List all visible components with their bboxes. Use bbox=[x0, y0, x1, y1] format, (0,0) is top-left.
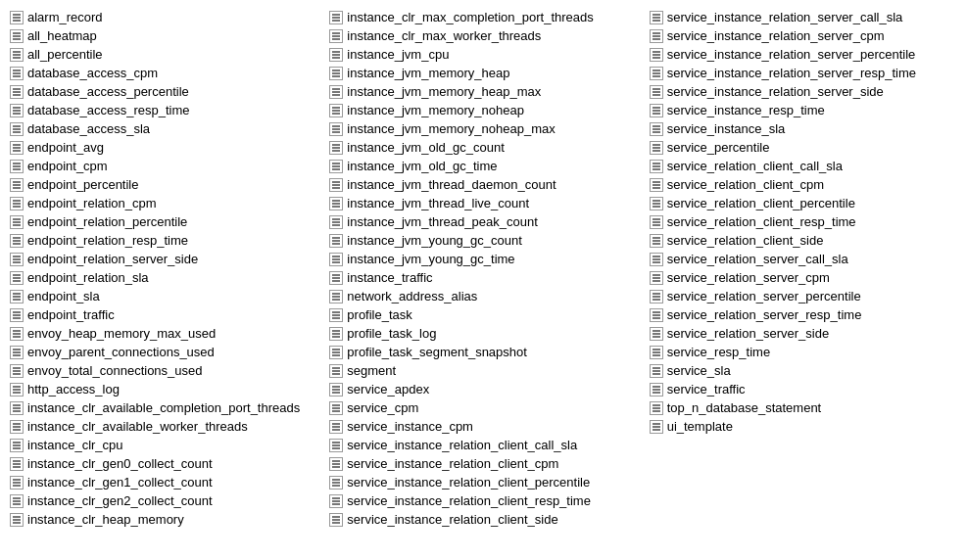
table-icon bbox=[10, 215, 24, 229]
list-item[interactable]: instance_jvm_cpu bbox=[327, 45, 639, 64]
list-item[interactable]: service_relation_server_resp_time bbox=[648, 305, 959, 324]
list-item[interactable]: instance_clr_max_worker_threads bbox=[327, 26, 639, 45]
table-icon bbox=[650, 271, 663, 285]
list-item[interactable]: instance_jvm_old_gc_count bbox=[327, 138, 639, 157]
list-item[interactable]: instance_jvm_thread_live_count bbox=[327, 194, 639, 212]
list-item[interactable]: service_relation_server_cpm bbox=[648, 268, 959, 287]
item-label: database_access_percentile bbox=[27, 84, 189, 99]
list-item[interactable]: instance_jvm_young_gc_count bbox=[327, 231, 639, 250]
list-item[interactable]: service_instance_relation_client_percent… bbox=[327, 473, 639, 491]
item-label: service_instance_relation_client_cpm bbox=[347, 456, 558, 471]
list-item[interactable]: endpoint_relation_sla bbox=[8, 268, 319, 287]
list-item[interactable]: profile_task_log bbox=[327, 324, 639, 343]
list-item[interactable]: endpoint_relation_server_side bbox=[8, 250, 319, 268]
list-item[interactable]: instance_clr_available_worker_threads bbox=[8, 417, 319, 436]
list-item[interactable]: instance_clr_max_completion_port_threads bbox=[327, 8, 639, 26]
list-item[interactable]: service_relation_client_cpm bbox=[648, 175, 959, 194]
item-label: instance_clr_max_completion_port_threads bbox=[347, 10, 593, 24]
list-item[interactable]: service_instance_relation_server_resp_ti… bbox=[648, 64, 959, 82]
item-label: service_relation_client_cpm bbox=[667, 177, 824, 192]
list-item[interactable]: instance_jvm_memory_noheap_max bbox=[327, 119, 639, 138]
list-item[interactable]: envoy_heap_memory_max_used bbox=[8, 324, 319, 343]
list-item[interactable]: service_traffic bbox=[648, 380, 959, 398]
list-item[interactable]: endpoint_cpm bbox=[8, 157, 319, 175]
table-icon bbox=[650, 67, 663, 80]
list-item[interactable]: instance_jvm_old_gc_time bbox=[327, 157, 639, 175]
list-item[interactable]: service_instance_relation_server_side bbox=[648, 82, 959, 101]
list-item[interactable]: envoy_total_connections_used bbox=[8, 361, 319, 380]
item-label: network_address_alias bbox=[347, 289, 477, 303]
list-item[interactable]: service_instance_relation_server_cpm bbox=[648, 26, 959, 45]
list-item[interactable]: service_apdex bbox=[327, 380, 639, 398]
list-item[interactable]: instance_clr_gen2_collect_count bbox=[8, 491, 319, 510]
list-item[interactable]: service_sla bbox=[648, 361, 959, 380]
list-item[interactable]: endpoint_relation_resp_time bbox=[8, 231, 319, 250]
column-1: alarm_recordall_heatmapall_percentiledat… bbox=[4, 8, 323, 529]
list-item[interactable]: endpoint_avg bbox=[8, 138, 319, 157]
list-item[interactable]: segment bbox=[327, 361, 639, 380]
list-item[interactable]: instance_jvm_memory_noheap bbox=[327, 101, 639, 119]
list-item[interactable]: service_instance_resp_time bbox=[648, 101, 959, 119]
list-item[interactable]: database_access_percentile bbox=[8, 82, 319, 101]
table-icon bbox=[329, 401, 343, 415]
table-icon bbox=[329, 364, 343, 378]
list-item[interactable]: instance_jvm_thread_daemon_count bbox=[327, 175, 639, 194]
table-icon bbox=[10, 457, 24, 471]
list-item[interactable]: service_relation_server_percentile bbox=[648, 287, 959, 305]
list-item[interactable]: service_instance_relation_client_side bbox=[327, 510, 639, 529]
list-item[interactable]: service_instance_relation_server_call_sl… bbox=[648, 8, 959, 26]
item-label: service_traffic bbox=[667, 382, 746, 397]
list-item[interactable]: endpoint_relation_cpm bbox=[8, 194, 319, 212]
list-item[interactable]: service_relation_client_side bbox=[648, 231, 959, 250]
table-icon bbox=[650, 178, 663, 192]
list-item[interactable]: instance_jvm_young_gc_time bbox=[327, 250, 639, 268]
list-item[interactable]: instance_traffic bbox=[327, 268, 639, 287]
list-item[interactable]: service_instance_sla bbox=[648, 119, 959, 138]
item-label: instance_clr_available_worker_threads bbox=[27, 419, 248, 434]
list-item[interactable]: database_access_sla bbox=[8, 119, 319, 138]
list-item[interactable]: all_heatmap bbox=[8, 26, 319, 45]
list-item[interactable]: instance_clr_cpu bbox=[8, 436, 319, 454]
list-item[interactable]: service_resp_time bbox=[648, 343, 959, 361]
list-item[interactable]: service_instance_cpm bbox=[327, 417, 639, 436]
list-item[interactable]: service_instance_relation_client_resp_ti… bbox=[327, 491, 639, 510]
list-item[interactable]: profile_task bbox=[327, 305, 639, 324]
list-item[interactable]: instance_clr_gen1_collect_count bbox=[8, 473, 319, 491]
list-item[interactable]: profile_task_segment_snapshot bbox=[327, 343, 639, 361]
table-icon bbox=[10, 383, 24, 397]
list-item[interactable]: service_relation_server_call_sla bbox=[648, 250, 959, 268]
list-item[interactable]: service_instance_relation_client_cpm bbox=[327, 454, 639, 473]
list-item[interactable]: alarm_record bbox=[8, 8, 319, 26]
table-icon bbox=[10, 327, 24, 341]
list-item[interactable]: ui_template bbox=[648, 417, 959, 436]
list-item[interactable]: service_relation_server_side bbox=[648, 324, 959, 343]
list-item[interactable]: endpoint_sla bbox=[8, 287, 319, 305]
list-item[interactable]: instance_clr_heap_memory bbox=[8, 510, 319, 529]
item-label: endpoint_relation_server_side bbox=[27, 252, 198, 266]
list-item[interactable]: service_instance_relation_server_percent… bbox=[648, 45, 959, 64]
list-item[interactable]: service_relation_client_call_sla bbox=[648, 157, 959, 175]
list-item[interactable]: all_percentile bbox=[8, 45, 319, 64]
list-item[interactable]: service_relation_client_percentile bbox=[648, 194, 959, 212]
list-item[interactable]: endpoint_percentile bbox=[8, 175, 319, 194]
table-icon bbox=[10, 253, 24, 266]
list-item[interactable]: http_access_log bbox=[8, 380, 319, 398]
list-item[interactable]: instance_clr_available_completion_port_t… bbox=[8, 398, 319, 417]
table-icon bbox=[329, 122, 343, 136]
list-item[interactable]: service_cpm bbox=[327, 398, 639, 417]
list-item[interactable]: database_access_cpm bbox=[8, 64, 319, 82]
list-item[interactable]: service_percentile bbox=[648, 138, 959, 157]
list-item[interactable]: endpoint_traffic bbox=[8, 305, 319, 324]
list-item[interactable]: service_relation_client_resp_time bbox=[648, 212, 959, 231]
list-item[interactable]: service_instance_relation_client_call_sl… bbox=[327, 436, 639, 454]
item-label: service_instance_cpm bbox=[347, 419, 473, 434]
list-item[interactable]: endpoint_relation_percentile bbox=[8, 212, 319, 231]
list-item[interactable]: database_access_resp_time bbox=[8, 101, 319, 119]
list-item[interactable]: instance_clr_gen0_collect_count bbox=[8, 454, 319, 473]
list-item[interactable]: envoy_parent_connections_used bbox=[8, 343, 319, 361]
list-item[interactable]: instance_jvm_thread_peak_count bbox=[327, 212, 639, 231]
list-item[interactable]: top_n_database_statement bbox=[648, 398, 959, 417]
list-item[interactable]: instance_jvm_memory_heap bbox=[327, 64, 639, 82]
list-item[interactable]: network_address_alias bbox=[327, 287, 639, 305]
list-item[interactable]: instance_jvm_memory_heap_max bbox=[327, 82, 639, 101]
